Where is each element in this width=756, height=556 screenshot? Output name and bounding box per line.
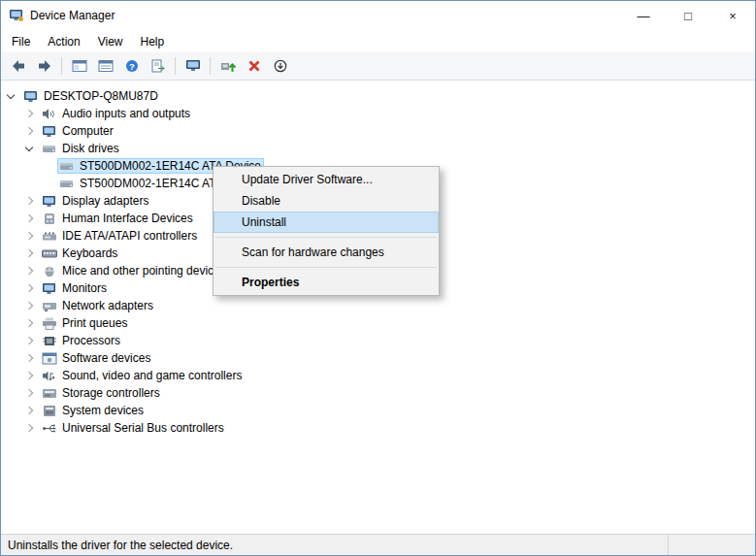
computer-icon <box>23 90 39 103</box>
expand-chevron-icon[interactable] <box>25 249 33 257</box>
help-button[interactable]: ? <box>118 53 145 79</box>
tree-item-label: Keyboards <box>62 246 117 260</box>
tree-item-content: Monitors <box>40 280 110 296</box>
menu-file[interactable]: File <box>3 30 39 52</box>
menu-action[interactable]: Action <box>39 30 88 52</box>
tree-item-content: Storage controllers <box>40 385 163 401</box>
context-menu-item-uninstall[interactable]: Uninstall <box>214 212 439 233</box>
tree-item-label: Monitors <box>62 281 107 295</box>
tree-item-content: Network adapters <box>40 298 156 313</box>
minimize-button[interactable]: — <box>621 1 666 30</box>
arrow-left-icon <box>11 59 26 73</box>
expand-chevron-icon[interactable] <box>25 127 33 135</box>
remote-icon <box>185 59 201 73</box>
back-button[interactable] <box>5 53 31 79</box>
disable-icon <box>273 59 288 73</box>
tree-item-disk-drives[interactable]: Disk drives <box>1 140 755 157</box>
context-menu: Update Driver Software...DisableUninstal… <box>213 166 440 296</box>
expand-chevron-icon[interactable] <box>25 214 33 222</box>
tree-item-label: Mice and other pointing devices <box>62 264 226 278</box>
tree-item-print-queues[interactable]: Print queues <box>1 314 755 332</box>
expand-chevron-icon[interactable] <box>25 319 33 327</box>
tree-item-content: Print queues <box>40 315 130 331</box>
device-manager-window: Device Manager — □ × FileActionViewHelp … <box>0 0 756 556</box>
sound-icon <box>42 370 57 382</box>
expand-chevron-icon[interactable] <box>25 232 33 240</box>
uninstall-button[interactable] <box>241 53 267 79</box>
arrow-right-icon <box>37 59 52 73</box>
device-tree: DESKTOP-Q8MU87DAudio inputs and outputsC… <box>1 81 755 534</box>
tree-item-content: Sound, video and game controllers <box>40 368 245 383</box>
usb-icon <box>42 422 57 435</box>
properties-button[interactable] <box>92 53 118 79</box>
mouse-icon <box>42 265 57 278</box>
tree-item-label: Universal Serial Bus controllers <box>62 421 224 435</box>
maximize-button[interactable]: □ <box>666 1 710 30</box>
display-icon <box>42 195 57 208</box>
tree-item-storage-controllers[interactable]: Storage controllers <box>1 384 755 402</box>
hid-icon <box>42 213 57 225</box>
collapse-chevron-icon[interactable] <box>25 144 33 151</box>
menu-help[interactable]: Help <box>132 30 174 52</box>
close-button[interactable]: × <box>710 1 755 30</box>
tree-item-content: Disk drives <box>40 141 122 156</box>
svg-text:?: ? <box>129 61 135 72</box>
title-bar: Device Manager — □ × <box>1 1 755 30</box>
expand-chevron-icon[interactable] <box>25 197 33 205</box>
tree-item-label: Storage controllers <box>62 386 160 400</box>
tree-item-label: Network adapters <box>62 299 153 312</box>
update-driver-icon <box>220 59 236 73</box>
tree-item-processors[interactable]: Processors <box>1 332 755 349</box>
expand-chevron-icon[interactable] <box>25 337 33 344</box>
expand-chevron-icon[interactable] <box>25 284 33 292</box>
remote-computer-button[interactable] <box>180 53 206 79</box>
tree-item-label: Print queues <box>62 316 127 330</box>
processor-icon <box>42 335 57 347</box>
console-tree-icon <box>72 59 87 73</box>
expand-chevron-icon[interactable] <box>25 302 33 310</box>
expand-chevron-icon[interactable] <box>25 354 33 362</box>
tree-item-sound-video-and-game-controllers[interactable]: Sound, video and game controllers <box>1 367 755 384</box>
tree-item-desktop-q8mu87d[interactable]: DESKTOP-Q8MU87D <box>1 87 755 105</box>
menu-view[interactable]: View <box>89 30 132 52</box>
context-menu-item-scan-for-hardware-changes[interactable]: Scan for hardware changes <box>214 242 439 263</box>
tree-item-system-devices[interactable]: System devices <box>1 402 755 419</box>
device-manager-icon <box>9 9 24 22</box>
tree-item-content: DESKTOP-Q8MU87D <box>21 88 161 104</box>
expand-chevron-icon[interactable] <box>25 267 33 275</box>
tree-item-network-adapters[interactable]: Network adapters <box>1 297 755 314</box>
expand-chevron-icon[interactable] <box>25 372 33 379</box>
expand-chevron-icon[interactable] <box>25 389 33 397</box>
expand-chevron-icon[interactable] <box>25 110 33 117</box>
tree-item-label: Computer <box>62 124 114 138</box>
export-list-button[interactable] <box>145 53 171 79</box>
computer-icon <box>42 125 57 138</box>
properties-icon <box>98 59 114 73</box>
tree-item-content: Human Interface Devices <box>40 211 196 226</box>
collapse-chevron-icon[interactable] <box>7 91 15 99</box>
context-menu-item-update-driver-software[interactable]: Update Driver Software... <box>214 169 439 190</box>
context-menu-item-disable[interactable]: Disable <box>214 190 439 212</box>
tree-item-content: Audio inputs and outputs <box>40 106 193 121</box>
tree-item-label: Software devices <box>62 351 150 365</box>
menu-bar: FileActionViewHelp <box>1 30 755 52</box>
context-menu-separator <box>215 267 437 268</box>
tree-item-universal-serial-bus-controllers[interactable]: Universal Serial Bus controllers <box>1 419 755 437</box>
tree-item-computer[interactable]: Computer <box>1 122 755 140</box>
tree-item-audio-inputs-and-outputs[interactable]: Audio inputs and outputs <box>1 105 755 122</box>
update-driver-button[interactable] <box>214 53 241 79</box>
tree-item-label: System devices <box>62 404 144 417</box>
audio-icon <box>42 108 57 120</box>
uninstall-icon <box>247 59 262 73</box>
tree-item-software-devices[interactable]: Software devices <box>1 349 755 367</box>
context-menu-item-properties[interactable]: Properties <box>214 272 439 293</box>
forward-button[interactable] <box>31 53 57 79</box>
expand-chevron-icon[interactable] <box>25 407 33 414</box>
tree-item-content: Processors <box>40 333 123 348</box>
toolbar-separator <box>175 57 176 75</box>
expand-chevron-icon[interactable] <box>25 424 33 432</box>
tree-item-content: IDE ATA/ATAPI controllers <box>40 228 200 244</box>
software-icon <box>42 352 57 365</box>
disable-button[interactable] <box>267 53 293 79</box>
show-console-tree-button[interactable] <box>66 53 92 79</box>
